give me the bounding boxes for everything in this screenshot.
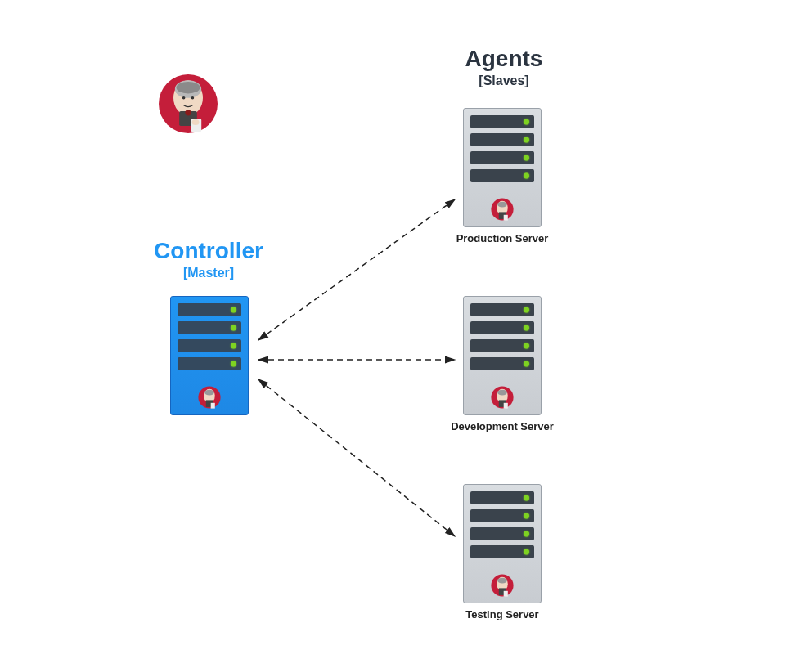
server-slot bbox=[470, 527, 534, 540]
svg-point-22 bbox=[497, 390, 507, 396]
server-slot bbox=[178, 339, 241, 352]
controller-server bbox=[170, 296, 249, 415]
server-slot bbox=[178, 321, 241, 334]
server-slot bbox=[470, 151, 534, 164]
server-slot bbox=[470, 169, 534, 182]
jenkins-mascot-icon bbox=[488, 195, 516, 223]
connections-svg bbox=[0, 0, 809, 672]
svg-point-17 bbox=[497, 202, 507, 208]
server-slot bbox=[470, 357, 534, 370]
server-slot bbox=[470, 509, 534, 522]
controller-subtitle: [Master] bbox=[143, 266, 274, 280]
production-server bbox=[463, 108, 542, 227]
server-slot bbox=[470, 545, 534, 558]
agents-subtitle: [Slaves] bbox=[438, 74, 569, 88]
jenkins-logo-icon bbox=[151, 67, 225, 141]
svg-point-9 bbox=[192, 119, 200, 125]
svg-rect-29 bbox=[504, 591, 508, 597]
agents-title-block: Agents [Slaves] bbox=[438, 46, 569, 88]
connection-line bbox=[258, 199, 455, 340]
svg-point-4 bbox=[182, 96, 186, 100]
controller-title: Controller bbox=[143, 238, 274, 264]
production-server-label: Production Server bbox=[437, 232, 568, 244]
connection-line bbox=[258, 379, 455, 536]
server-slot bbox=[470, 115, 534, 128]
server-slot bbox=[178, 357, 241, 370]
development-server-label: Development Server bbox=[437, 420, 568, 432]
testing-server bbox=[463, 484, 542, 603]
development-server bbox=[463, 296, 542, 415]
server-slot bbox=[470, 133, 534, 146]
server-slot bbox=[178, 303, 241, 316]
svg-point-27 bbox=[497, 578, 507, 584]
jenkins-mascot-icon bbox=[196, 383, 223, 411]
jenkins-mascot-icon bbox=[488, 383, 516, 411]
svg-point-5 bbox=[191, 96, 195, 100]
controller-title-block: Controller [Master] bbox=[143, 238, 274, 280]
svg-rect-24 bbox=[504, 403, 508, 409]
server-slot bbox=[470, 491, 534, 504]
svg-rect-14 bbox=[211, 403, 215, 409]
server-slot bbox=[470, 303, 534, 316]
agents-title: Agents bbox=[438, 46, 569, 72]
jenkins-mascot-icon bbox=[488, 571, 516, 599]
server-slot bbox=[470, 321, 534, 334]
svg-point-12 bbox=[204, 390, 214, 396]
svg-rect-19 bbox=[504, 215, 508, 221]
server-slot bbox=[470, 339, 534, 352]
svg-point-3 bbox=[177, 82, 200, 93]
testing-server-label: Testing Server bbox=[437, 608, 568, 620]
